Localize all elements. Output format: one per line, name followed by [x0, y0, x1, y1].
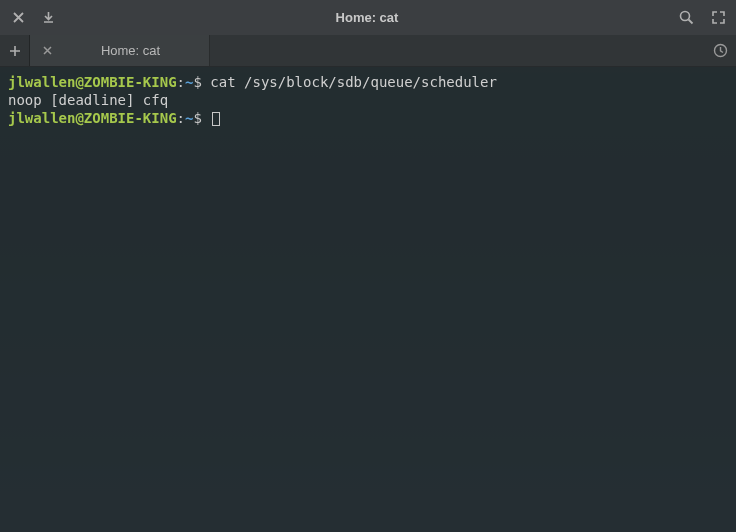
tab-home-cat[interactable]: Home: cat: [30, 35, 210, 66]
titlebar-right-controls: [678, 10, 726, 26]
terminal-line: jlwallen@ZOMBIE-KING:~$: [8, 109, 728, 127]
titlebar: Home: cat: [0, 0, 736, 35]
prompt-symbol: $: [193, 110, 201, 126]
terminal-window: Home: cat Home: cat jlwallen@ZOMBIE-KING…: [0, 0, 736, 532]
svg-point-0: [680, 12, 689, 21]
terminal-line: jlwallen@ZOMBIE-KING:~$ cat /sys/block/s…: [8, 73, 728, 91]
tab-label: Home: cat: [62, 43, 199, 58]
terminal-pane[interactable]: jlwallen@ZOMBIE-KING:~$ cat /sys/block/s…: [0, 67, 736, 532]
prompt-symbol: $: [193, 74, 201, 90]
prompt-sep: :: [177, 74, 185, 90]
prompt-user-host: jlwallen@ZOMBIE-KING: [8, 110, 177, 126]
search-icon[interactable]: [678, 10, 694, 26]
download-icon[interactable]: [40, 10, 56, 26]
new-tab-button[interactable]: [0, 35, 30, 66]
fullscreen-icon[interactable]: [710, 10, 726, 26]
output-text: noop [deadline] cfq: [8, 92, 168, 108]
window-title: Home: cat: [56, 10, 678, 25]
terminal-output-line: noop [deadline] cfq: [8, 91, 728, 109]
prompt-sep: :: [177, 110, 185, 126]
cursor-icon: [212, 112, 220, 126]
titlebar-left-controls: [10, 10, 56, 26]
prompt-user-host: jlwallen@ZOMBIE-KING: [8, 74, 177, 90]
tabbar: Home: cat: [0, 35, 736, 67]
close-icon[interactable]: [10, 10, 26, 26]
command-text: cat /sys/block/sdb/queue/scheduler: [210, 74, 497, 90]
tabbar-spacer: [210, 35, 704, 66]
history-icon[interactable]: [704, 35, 736, 66]
tab-close-icon[interactable]: [40, 44, 54, 58]
